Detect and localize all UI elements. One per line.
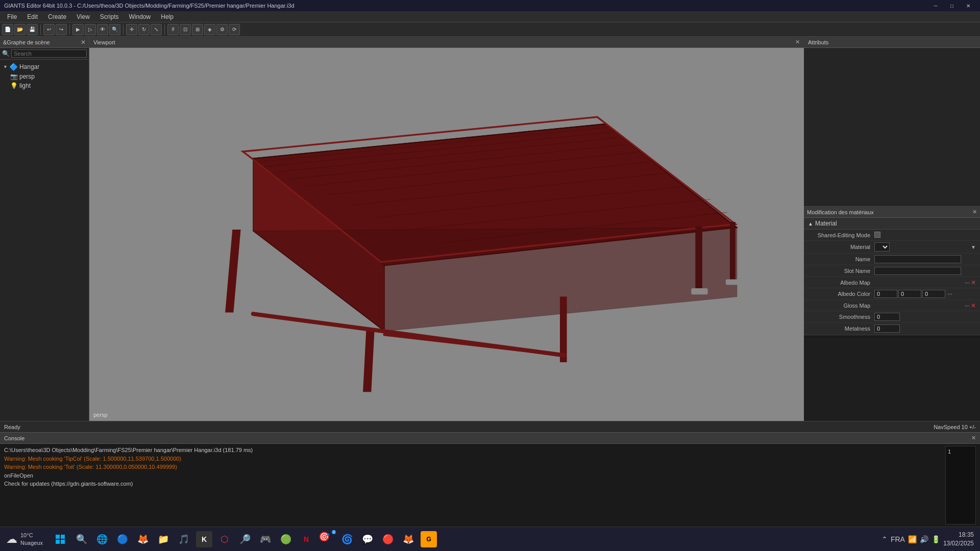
console-close[interactable]: ✕ bbox=[971, 435, 976, 441]
gloss-map-dots[interactable]: ··· bbox=[965, 302, 970, 309]
taskbar-netflix[interactable]: N bbox=[298, 531, 314, 547]
menu-scripts[interactable]: Scripts bbox=[95, 12, 124, 21]
shared-editing-row: Shared-Editing Mode bbox=[804, 230, 980, 241]
taskbar-app17[interactable]: G bbox=[421, 531, 437, 547]
viewport-close[interactable]: ✕ bbox=[795, 39, 800, 45]
smoothness-input[interactable] bbox=[874, 313, 900, 321]
taskbar-app9[interactable]: 🎮 bbox=[257, 531, 274, 547]
console-editor: 1 bbox=[945, 446, 976, 524]
viewport-panel[interactable]: Viewport ✕ bbox=[89, 37, 804, 421]
albedo-color-r[interactable] bbox=[874, 290, 897, 298]
gloss-map-clear[interactable]: ✕ bbox=[971, 302, 976, 309]
toolbar-undo[interactable]: ↩ bbox=[43, 24, 55, 35]
tree-label-light: light bbox=[19, 82, 31, 89]
albedo-map-clear[interactable]: ✕ bbox=[971, 279, 976, 286]
scene-tree: ▼ 🔷 Hangar 📷 persp 💡 light bbox=[0, 60, 89, 421]
toolbar-b3[interactable]: ⚙ bbox=[216, 24, 228, 35]
toolbar-play[interactable]: ▶ bbox=[72, 24, 84, 35]
taskbar-redapp[interactable]: ⬡ bbox=[216, 531, 233, 547]
svg-rect-22 bbox=[695, 226, 702, 292]
material-body: ▲ Material Shared-Editing Mode Material bbox=[804, 218, 980, 338]
toolbar-scale[interactable]: ⤡ bbox=[151, 24, 162, 35]
toolbar-search[interactable]: 🔍 bbox=[109, 24, 120, 35]
tree-item-hangar[interactable]: ▼ 🔷 Hangar bbox=[0, 62, 89, 72]
albedo-color-b[interactable] bbox=[922, 290, 945, 298]
metalness-input[interactable] bbox=[874, 324, 900, 333]
taskbar-k[interactable]: K bbox=[196, 531, 212, 547]
taskbar-files[interactable]: 📁 bbox=[155, 531, 172, 547]
toolbar-snap[interactable]: ⊡ bbox=[180, 24, 191, 35]
tree-label-persp: persp bbox=[19, 73, 35, 80]
toolbar-step[interactable]: ▷ bbox=[85, 24, 96, 35]
toolbar-move[interactable]: ✛ bbox=[126, 24, 137, 35]
tray-lang[interactable]: FRA bbox=[891, 535, 905, 543]
svg-rect-32 bbox=[56, 540, 60, 544]
taskbar-firefox2[interactable]: 🦊 bbox=[400, 531, 416, 547]
start-button[interactable] bbox=[51, 530, 69, 548]
xbox-badge: 2 bbox=[332, 530, 336, 534]
toolbar-open[interactable]: 📂 bbox=[14, 24, 26, 35]
attributes-header: Attributs bbox=[804, 37, 980, 48]
albedo-color-dots[interactable]: ··· bbox=[947, 290, 952, 297]
taskbar-finder[interactable]: 🔎 bbox=[237, 531, 253, 547]
menu-file[interactable]: File bbox=[2, 12, 22, 21]
minimize-button[interactable]: ─ bbox=[928, 1, 943, 10]
albedo-map-row: Albedo Map ··· ✕ bbox=[804, 277, 980, 288]
taskbar-xbox[interactable]: 🎯 2 bbox=[318, 531, 335, 547]
menu-create[interactable]: Create bbox=[43, 12, 71, 21]
toolbar-grid[interactable]: # bbox=[167, 24, 179, 35]
scene-graph-header: &Graphe de scène ✕ bbox=[0, 37, 89, 48]
right-panel: Attributs Modification des matériaux ✕ ▲… bbox=[804, 37, 980, 421]
taskbar-edge[interactable]: 🔵 bbox=[114, 531, 131, 547]
toolbar-save[interactable]: 💾 bbox=[27, 24, 38, 35]
material-close[interactable]: ✕ bbox=[972, 209, 977, 215]
menu-window[interactable]: Window bbox=[124, 12, 156, 21]
toolbar-new[interactable]: 📄 bbox=[2, 24, 13, 35]
tray-clock: 18:35 13/02/2025 bbox=[943, 531, 974, 548]
material-dropdown-row: Material ▼ bbox=[804, 241, 980, 254]
tree-item-persp[interactable]: 📷 persp bbox=[0, 72, 89, 81]
gloss-map-label: Gloss Map bbox=[808, 303, 874, 309]
material-header: Modification des matériaux ✕ bbox=[804, 207, 980, 218]
toolbar-b2[interactable]: ◈ bbox=[204, 24, 215, 35]
tray-wifi[interactable]: 📶 bbox=[908, 535, 917, 543]
taskbar-spotify[interactable]: 🎵 bbox=[176, 531, 192, 547]
menu-edit[interactable]: Edit bbox=[22, 12, 43, 21]
material-dropdown-select[interactable] bbox=[874, 242, 890, 252]
toolbar-b1[interactable]: ⊞ bbox=[192, 24, 203, 35]
toolbar-redo[interactable]: ↪ bbox=[56, 24, 67, 35]
albedo-map-dots[interactable]: ··· bbox=[965, 279, 970, 286]
tray-battery[interactable]: 🔋 bbox=[932, 535, 940, 543]
albedo-color-g[interactable] bbox=[898, 290, 921, 298]
taskbar-chrome[interactable]: 🌐 bbox=[94, 531, 110, 547]
menu-bar: File Edit Create View Scripts Window Hel… bbox=[0, 11, 980, 22]
scene-graph-close[interactable]: ✕ bbox=[81, 39, 86, 46]
taskbar-greenapp[interactable]: 🟢 bbox=[278, 531, 294, 547]
maximize-button[interactable]: □ bbox=[944, 1, 960, 10]
toolbar-eye[interactable]: 👁 bbox=[97, 24, 108, 35]
menu-help[interactable]: Help bbox=[156, 12, 179, 21]
menu-view[interactable]: View bbox=[71, 12, 95, 21]
material-section-header[interactable]: ▲ Material bbox=[804, 218, 980, 230]
tree-item-light[interactable]: 💡 light bbox=[0, 81, 89, 90]
slot-name-input[interactable] bbox=[874, 267, 961, 275]
shared-editing-checkbox[interactable] bbox=[874, 232, 880, 238]
taskbar-app13[interactable]: 🌀 bbox=[339, 531, 355, 547]
tray-audio[interactable]: 🔊 bbox=[920, 535, 928, 543]
viewport-3d-view bbox=[89, 48, 804, 421]
svg-rect-27 bbox=[556, 362, 571, 368]
close-button[interactable]: ✕ bbox=[961, 1, 976, 10]
weather-icon: ☁ bbox=[6, 533, 17, 546]
toolbar-b4[interactable]: ⟳ bbox=[229, 24, 240, 35]
toolbar-rotate[interactable]: ↻ bbox=[138, 24, 150, 35]
tray-chevron[interactable]: ⌃ bbox=[881, 535, 888, 543]
search-input[interactable] bbox=[11, 49, 87, 58]
taskbar-firefox[interactable]: 🦊 bbox=[135, 531, 151, 547]
name-input[interactable] bbox=[874, 255, 961, 263]
taskbar-discord[interactable]: 💬 bbox=[359, 531, 376, 547]
console-line-number: 1 bbox=[948, 448, 973, 455]
name-label: Name bbox=[808, 256, 874, 262]
taskbar-app15[interactable]: 🔴 bbox=[380, 531, 396, 547]
console-title: Console bbox=[4, 435, 24, 441]
taskbar-search-button[interactable]: 🔍 bbox=[74, 531, 90, 547]
